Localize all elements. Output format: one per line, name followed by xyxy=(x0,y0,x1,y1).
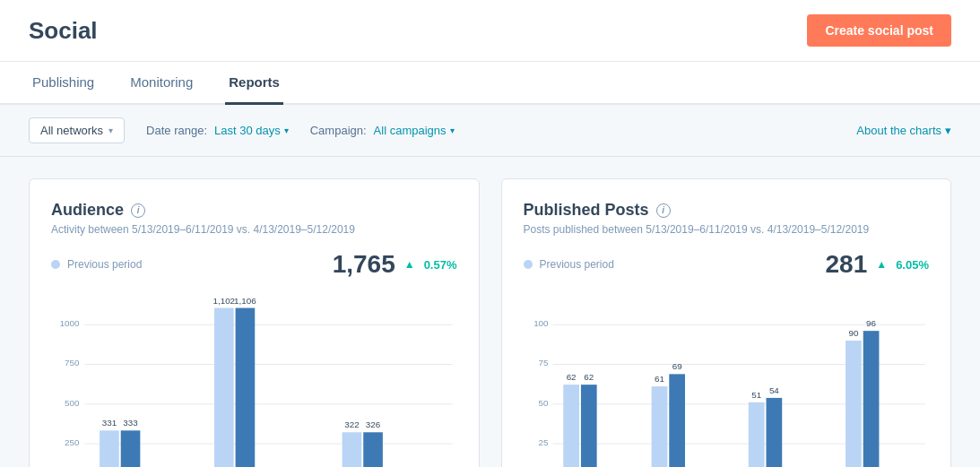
campaign-value: All campaigns xyxy=(374,124,447,137)
published-posts-chart-svg: 0 25 50 75 100 62 62 Facebook Page xyxy=(524,290,930,467)
published-posts-metric-value: 281 xyxy=(826,250,868,279)
published-posts-legend-dot xyxy=(524,260,533,269)
audience-fb-prev-bar xyxy=(100,430,119,467)
about-charts-chevron-icon: ▾ xyxy=(945,124,951,137)
pp-fb-prev-bar xyxy=(563,385,579,467)
date-range-filter-button[interactable]: Last 30 days ▾ xyxy=(214,124,289,137)
charts-area: Audience i Activity between 5/13/2019–6/… xyxy=(0,157,980,467)
date-range-value: Last 30 days xyxy=(214,124,281,137)
campaign-group: Campaign: All campaigns ▾ xyxy=(310,124,455,137)
audience-chart-header: Previous period 1,765 ▲ 0.57% xyxy=(51,250,457,279)
published-posts-legend: Previous period xyxy=(524,258,614,271)
audience-metric-change: 0.57% xyxy=(424,258,457,272)
tab-reports[interactable]: Reports xyxy=(225,62,283,105)
networks-filter-button[interactable]: All networks ▾ xyxy=(29,117,125,143)
svg-text:500: 500 xyxy=(65,398,80,408)
page-title: Social xyxy=(29,17,98,45)
svg-text:1,106: 1,106 xyxy=(234,296,256,306)
svg-text:50: 50 xyxy=(538,398,548,408)
published-posts-card-title: Published Posts i xyxy=(524,201,930,220)
svg-text:54: 54 xyxy=(768,385,778,395)
audience-card-title: Audience i xyxy=(51,201,457,220)
svg-text:333: 333 xyxy=(123,418,138,428)
svg-text:322: 322 xyxy=(344,419,359,429)
audience-twitter-prev-bar xyxy=(214,308,234,467)
audience-metric-group: 1,765 ▲ 0.57% xyxy=(333,250,457,279)
audience-chart: 0 250 500 750 1000 331 333 Facebook Page xyxy=(51,290,457,467)
svg-text:331: 331 xyxy=(102,418,117,428)
svg-text:750: 750 xyxy=(65,358,80,368)
svg-text:61: 61 xyxy=(655,374,664,384)
create-social-post-button[interactable]: Create social post xyxy=(807,14,951,47)
published-posts-chart: 0 25 50 75 100 62 62 Facebook Page xyxy=(524,290,930,467)
campaign-chevron-icon: ▾ xyxy=(450,125,455,135)
audience-arrow-icon: ▲ xyxy=(404,258,415,271)
published-posts-info-icon[interactable]: i xyxy=(656,203,671,218)
svg-text:51: 51 xyxy=(751,390,761,400)
audience-legend: Previous period xyxy=(51,258,142,271)
published-posts-metric-change: 6.05% xyxy=(896,258,929,272)
campaign-label: Campaign: xyxy=(310,124,367,137)
published-posts-metric-group: 281 ▲ 6.05% xyxy=(826,250,929,279)
networks-chevron-icon: ▾ xyxy=(108,125,113,135)
audience-card: Audience i Activity between 5/13/2019–6/… xyxy=(29,178,480,467)
date-range-label: Date range: xyxy=(146,124,207,137)
audience-metric-value: 1,765 xyxy=(333,250,395,279)
about-charts-label: About the charts xyxy=(856,124,941,137)
tab-publishing[interactable]: Publishing xyxy=(29,62,98,105)
svg-text:62: 62 xyxy=(566,372,576,382)
audience-linkedin-prev-bar xyxy=(343,432,362,467)
svg-text:96: 96 xyxy=(866,318,876,328)
audience-fb-curr-bar xyxy=(121,430,141,467)
svg-text:69: 69 xyxy=(672,361,681,371)
filters-bar: All networks ▾ Date range: Last 30 days … xyxy=(0,105,980,157)
campaign-filter-button[interactable]: All campaigns ▾ xyxy=(374,124,455,137)
svg-text:25: 25 xyxy=(538,437,548,447)
audience-legend-label: Previous period xyxy=(67,258,142,271)
pp-linkedin-co-curr-bar xyxy=(669,374,685,467)
published-posts-subtitle: Posts published between 5/13/2019–6/11/2… xyxy=(524,223,930,236)
svg-text:250: 250 xyxy=(65,437,80,447)
published-posts-chart-header: Previous period 281 ▲ 6.05% xyxy=(524,250,930,279)
about-charts-button[interactable]: About the charts ▾ xyxy=(856,124,951,137)
top-bar: Social Create social post xyxy=(0,0,980,62)
audience-info-icon[interactable]: i xyxy=(131,203,145,218)
pp-fb-curr-bar xyxy=(580,385,596,467)
audience-linkedin-curr-bar xyxy=(363,432,383,467)
published-posts-legend-label: Previous period xyxy=(540,258,614,271)
published-posts-card: Published Posts i Posts published betwee… xyxy=(501,178,952,467)
tab-monitoring[interactable]: Monitoring xyxy=(126,62,196,105)
svg-text:326: 326 xyxy=(366,419,381,429)
audience-twitter-curr-bar xyxy=(236,308,256,467)
date-range-group: Date range: Last 30 days ▾ xyxy=(146,124,289,137)
published-posts-arrow-icon: ▲ xyxy=(876,258,887,271)
pp-linkedin-co-prev-bar xyxy=(651,386,667,467)
svg-text:62: 62 xyxy=(584,372,594,382)
networks-filter-label: All networks xyxy=(40,124,103,137)
audience-legend-dot xyxy=(51,260,60,269)
svg-text:90: 90 xyxy=(848,328,858,338)
svg-text:75: 75 xyxy=(538,358,548,368)
tabs-bar: Publishing Monitoring Reports xyxy=(0,62,980,105)
audience-chart-svg: 0 250 500 750 1000 331 333 Facebook Page xyxy=(51,290,457,467)
pp-linkedin-pr-curr-bar xyxy=(766,398,782,467)
audience-subtitle: Activity between 5/13/2019–6/11/2019 vs.… xyxy=(51,223,457,236)
svg-text:100: 100 xyxy=(533,318,549,328)
svg-text:1000: 1000 xyxy=(60,318,80,328)
date-range-chevron-icon: ▾ xyxy=(284,125,289,135)
pp-twitter-curr-bar xyxy=(863,331,879,467)
pp-twitter-prev-bar xyxy=(846,341,862,467)
pp-linkedin-pr-prev-bar xyxy=(748,402,764,467)
svg-text:1,102: 1,102 xyxy=(212,296,235,306)
